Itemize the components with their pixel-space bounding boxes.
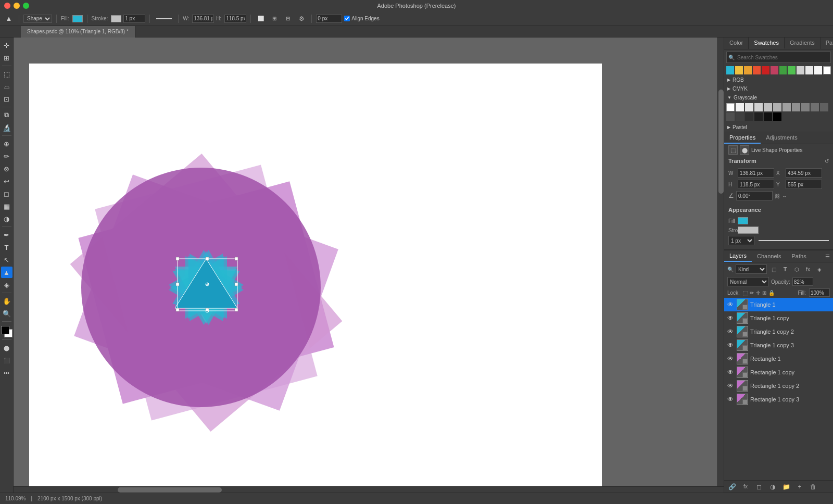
filter-smart-btn[interactable]: ◈ [815,264,824,274]
lock-draw-icon[interactable]: ✏ [750,290,754,296]
appearance-header[interactable]: Appearance [724,205,833,215]
layer-item-5[interactable]: 👁 Rectangle 1 copy [724,366,833,379]
layer-vis-4[interactable]: 👁 [726,355,735,363]
tab-properties[interactable]: Properties [724,132,761,144]
gs-c0[interactable] [764,103,772,111]
swatch-light-green[interactable] [788,66,796,74]
transform-reset-icon[interactable]: ↺ [825,158,829,164]
swatch-red-orange[interactable] [753,66,761,74]
group-rgb[interactable]: ▶ RGB [724,75,833,84]
gs-90[interactable] [792,103,800,111]
path-op-sub[interactable]: ⊟ [282,13,294,24]
layer-vis-2[interactable]: 👁 [726,327,735,336]
gs-white[interactable] [726,103,735,111]
stroke-size-input[interactable] [123,15,145,23]
gear-icon[interactable]: ⚙ [296,13,307,24]
gs-30[interactable] [745,112,753,121]
crop-tool[interactable]: ⧉ [1,109,12,121]
3d-tool[interactable]: ◈ [1,279,12,291]
layer-delete-btn[interactable]: 🗑 [809,482,818,492]
layer-filter-dropdown[interactable]: Kind [736,264,767,274]
gs-20[interactable] [754,112,763,121]
layer-vis-3[interactable]: 👁 [726,341,735,349]
swatch-lighter-gray[interactable] [805,66,813,74]
gs-60[interactable] [820,103,828,111]
opacity-input[interactable] [792,278,813,286]
gs-b0[interactable] [773,103,781,111]
gs-40[interactable] [736,112,744,121]
tab-layers[interactable]: Layers [724,250,752,262]
swatch-cyan[interactable] [726,66,734,74]
foreground-color-swatch[interactable] [1,326,9,334]
transform-y-input[interactable] [786,180,822,189]
lock-move-icon[interactable]: ✛ [756,290,760,296]
swatch-green[interactable] [779,66,787,74]
stroke-color-box[interactable] [111,15,121,22]
stroke-color-picker[interactable] [738,226,759,234]
path-select-tool[interactable]: ↖ [1,254,12,266]
layer-vis-0[interactable]: 👁 [726,300,735,309]
color-swatches[interactable] [1,326,12,337]
quick-mask-btn[interactable]: ⬤ [1,342,12,354]
gs-70[interactable] [811,103,819,111]
layer-item-2[interactable]: 👁 Triangle 1 copy 2 [724,325,833,338]
swatch-near-white[interactable] [814,66,822,74]
layer-mask-btn[interactable]: ◻ [754,482,764,492]
swatch-yellow[interactable] [735,66,743,74]
gs-a0[interactable] [782,103,791,111]
gs-f0[interactable] [736,103,744,111]
dodge-tool[interactable]: ◑ [1,213,12,224]
gradient-tool[interactable]: ▦ [1,200,12,212]
group-cmyk[interactable]: ▶ CMYK [724,84,833,93]
stroke-size-dropdown[interactable]: 1 px [728,236,754,245]
hand-tool[interactable]: ✋ [1,295,12,307]
layer-fx-btn[interactable]: fx [741,482,750,492]
layers-panel-menu[interactable]: ☰ [822,254,833,259]
layer-adjustment-btn[interactable]: ◑ [768,482,777,492]
layer-item-0[interactable]: 👁 Triangle 1 [724,298,833,311]
layer-vis-7[interactable]: 👁 [726,395,735,404]
filter-pixel-btn[interactable]: ⬚ [769,264,778,274]
fill-input-layers[interactable] [809,288,830,297]
swatch-pink-red[interactable] [771,66,778,74]
lock-all-icon[interactable]: 🔒 [768,290,775,296]
fill-color-picker[interactable] [738,217,748,224]
tab-paths[interactable]: Paths [787,251,812,261]
zoom-tool[interactable]: 🔍 [1,308,12,319]
filter-type-btn[interactable]: T [780,264,790,274]
move-tool[interactable]: ✛ [1,40,12,51]
swatch-search-input[interactable] [726,52,831,63]
gs-80[interactable] [801,103,810,111]
tab-color[interactable]: Color [724,37,749,49]
swatch-red[interactable] [762,66,769,74]
transform-h-input[interactable] [738,180,774,189]
more-tools-btn[interactable]: ••• [1,367,12,379]
swatch-light-gray[interactable] [797,66,804,74]
clone-tool[interactable]: ⊗ [1,163,12,174]
layer-folder-btn[interactable]: 📁 [781,482,791,492]
layer-item-4[interactable]: 👁 Rectangle 1 [724,352,833,366]
layer-item-7[interactable]: 👁 Rectangle 1 copy 3 [724,393,833,406]
layer-item-1[interactable]: 👁 Triangle 1 copy [724,311,833,325]
gs-e0[interactable] [745,103,753,111]
transform-w-input[interactable] [738,168,774,178]
layer-new-btn[interactable]: + [795,482,804,492]
height-input[interactable] [224,15,246,23]
live-shape-rect-btn[interactable]: ⬚ [728,145,738,155]
fill-color-box[interactable] [72,15,83,22]
vscroll-thumb[interactable] [718,90,724,194]
canvas-area[interactable] [14,37,724,493]
path-op-new[interactable]: ⬜ [255,13,267,24]
hscroll-thumb[interactable] [118,487,222,493]
align-edges-checkbox[interactable] [344,16,350,21]
eraser-tool[interactable]: ◻ [1,188,12,199]
close-button[interactable] [4,3,10,9]
layer-vis-1[interactable]: 👁 [726,314,735,322]
tab-adjustments[interactable]: Adjustments [761,132,803,144]
lasso-tool[interactable]: ⌓ [1,81,12,92]
lock-artboard-icon[interactable]: ⊞ [762,290,766,296]
document-tab[interactable]: Shapes.psdc @ 110% (Triangle 1, RGB/8) * [21,26,135,37]
history-brush[interactable]: ↩ [1,175,12,187]
marquee-tool[interactable]: ⬚ [1,68,12,80]
x-position-input[interactable] [316,15,342,23]
